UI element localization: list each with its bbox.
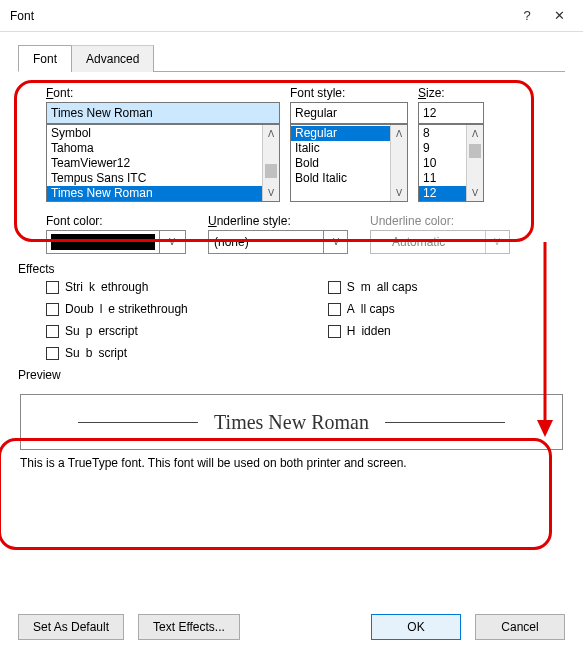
- chevron-down-icon[interactable]: ᐯ: [263, 184, 279, 201]
- style-list[interactable]: Regular Italic Bold Bold Italic ᐱ ᐯ: [290, 124, 408, 202]
- check-all-caps[interactable]: All caps: [328, 302, 418, 316]
- check-hidden[interactable]: Hidden: [328, 324, 418, 338]
- check-double-strike[interactable]: Double strikethrough: [46, 302, 188, 316]
- chevron-up-icon[interactable]: ᐱ: [391, 125, 407, 142]
- check-small-caps[interactable]: Small caps: [328, 280, 418, 294]
- size-column: Size: 8 9 10 11 12 ᐱ ᐯ: [418, 86, 484, 202]
- chevron-down-icon[interactable]: ᐯ: [467, 184, 483, 201]
- style-input[interactable]: [290, 102, 408, 124]
- preview-line-right: [385, 422, 505, 423]
- style-label: Font style:: [290, 86, 408, 100]
- dialog-body: Font Advanced Font: Symbol Tahoma TeamVi…: [0, 32, 583, 484]
- set-default-button[interactable]: Set As Default: [18, 614, 124, 640]
- font-color-group: Font color: ᐯ: [46, 214, 186, 254]
- tabs: Font Advanced: [18, 44, 565, 72]
- text-effects-button[interactable]: Text Effects...: [138, 614, 240, 640]
- font-label: Font:: [46, 86, 280, 100]
- help-button[interactable]: ?: [511, 0, 543, 32]
- scrollbar[interactable]: ᐱ ᐯ: [262, 125, 279, 201]
- underline-color-group: Underline color: Automatic ᐯ: [370, 214, 510, 254]
- font-color-label: Font color:: [46, 214, 186, 228]
- preview-line-left: [78, 422, 198, 423]
- preview-hint: This is a TrueType font. This font will …: [20, 456, 563, 470]
- chevron-down-icon[interactable]: ᐯ: [159, 231, 183, 253]
- size-label: Size:: [418, 86, 484, 100]
- underline-style-value: (none): [214, 235, 249, 249]
- chevron-down-icon[interactable]: ᐯ: [323, 231, 347, 253]
- tab-advanced[interactable]: Advanced: [71, 45, 154, 72]
- font-list[interactable]: Symbol Tahoma TeamViewer12 Tempus Sans I…: [46, 124, 280, 202]
- color-swatch: [51, 234, 155, 250]
- check-strikethrough[interactable]: Strikethrough: [46, 280, 188, 294]
- preview-box: Times New Roman: [20, 394, 563, 450]
- chevron-up-icon[interactable]: ᐱ: [467, 125, 483, 142]
- chevron-down-icon[interactable]: ᐯ: [391, 184, 407, 201]
- list-item[interactable]: Tempus Sans ITC: [47, 171, 279, 186]
- footer: Set As Default Text Effects... OK Cancel: [18, 614, 565, 640]
- size-input[interactable]: [418, 102, 484, 124]
- underline-color-combo: Automatic ᐯ: [370, 230, 510, 254]
- list-item[interactable]: Tahoma: [47, 141, 279, 156]
- style-column: Font style: Regular Italic Bold Bold Ita…: [290, 86, 408, 202]
- list-item[interactable]: Symbol: [47, 126, 279, 141]
- font-column: Font: Symbol Tahoma TeamViewer12 Tempus …: [46, 86, 280, 202]
- chevron-up-icon[interactable]: ᐱ: [263, 125, 279, 142]
- titlebar: Font ? ✕: [0, 0, 583, 32]
- scrollbar[interactable]: ᐱ ᐯ: [466, 125, 483, 201]
- check-subscript[interactable]: Subscript: [46, 346, 188, 360]
- underline-style-combo[interactable]: (none) ᐯ: [208, 230, 348, 254]
- preview-group: Times New Roman This is a TrueType font.…: [18, 386, 565, 470]
- color-row: Font color: ᐯ Underline style: (none) ᐯ …: [18, 202, 565, 254]
- font-row: Font: Symbol Tahoma TeamViewer12 Tempus …: [18, 86, 565, 202]
- cancel-button[interactable]: Cancel: [475, 614, 565, 640]
- list-item[interactable]: Times New Roman: [47, 186, 279, 201]
- preview-label: Preview: [18, 360, 565, 386]
- dialog-title: Font: [10, 9, 511, 23]
- underline-style-group: Underline style: (none) ᐯ: [208, 214, 348, 254]
- preview-text: Times New Roman: [198, 411, 385, 434]
- check-superscript[interactable]: Superscript: [46, 324, 188, 338]
- font-color-picker[interactable]: ᐯ: [46, 230, 186, 254]
- chevron-down-icon: ᐯ: [485, 231, 509, 253]
- scrollbar[interactable]: ᐱ ᐯ: [390, 125, 407, 201]
- ok-button[interactable]: OK: [371, 614, 461, 640]
- font-input[interactable]: [46, 102, 280, 124]
- list-item[interactable]: TeamViewer12: [47, 156, 279, 171]
- effects-group: Strikethrough Double strikethrough Super…: [18, 280, 565, 360]
- effects-label: Effects: [18, 254, 565, 280]
- tab-font[interactable]: Font: [18, 45, 72, 72]
- underline-label: Underline style:: [208, 214, 348, 228]
- underline-color-value: Automatic: [392, 235, 445, 249]
- underline-color-label: Underline color:: [370, 214, 510, 228]
- close-button[interactable]: ✕: [543, 0, 575, 32]
- size-list[interactable]: 8 9 10 11 12 ᐱ ᐯ: [418, 124, 484, 202]
